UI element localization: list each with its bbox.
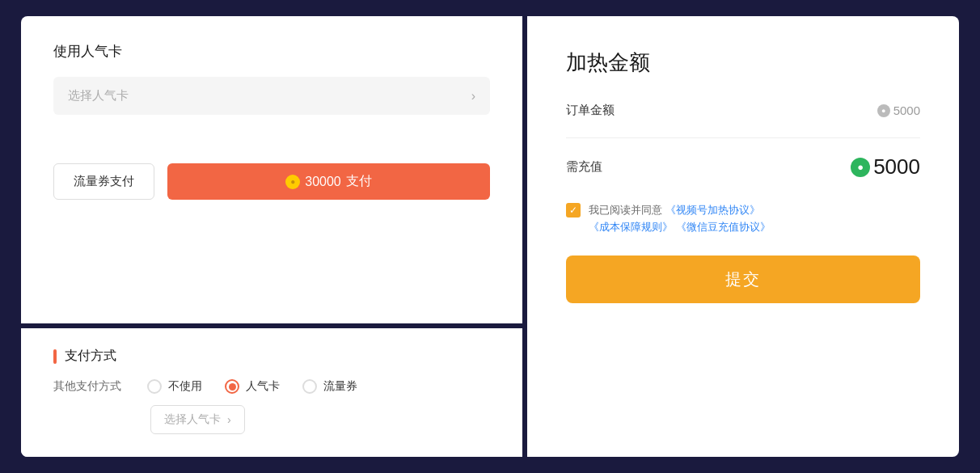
radio-dot-icon	[229, 383, 236, 391]
amount-title: 加热金额	[566, 49, 920, 77]
payment-method-title: 支付方式	[53, 348, 490, 365]
sub-chevron-icon: ›	[227, 413, 231, 426]
recharge-label: 需充值	[566, 159, 602, 175]
card-selector-button[interactable]: 选择人气卡 ›	[53, 77, 490, 115]
sub-card-placeholder: 选择人气卡	[164, 412, 221, 427]
radio-no-use-label: 不使用	[168, 379, 202, 394]
traffic-coupon-label: 流量券支付	[74, 174, 134, 188]
agreement-checkbox[interactable]: ✓	[566, 203, 581, 217]
order-amount-number: 5000	[893, 103, 920, 117]
agreement-link-2[interactable]: 《成本保障规则》	[589, 221, 673, 233]
recharge-value-row: ● 5000	[851, 154, 920, 179]
order-amount-label: 订单金额	[566, 103, 615, 118]
recharge-number: 5000	[873, 154, 920, 179]
coin-icon-green: ●	[851, 158, 870, 177]
orange-bar-icon	[53, 349, 57, 364]
sub-card-selector[interactable]: 选择人气卡 ›	[150, 405, 245, 434]
other-payment-label: 其他支付方式	[53, 379, 121, 394]
traffic-coupon-pay-button[interactable]: 流量券支付	[53, 163, 154, 200]
pay-button[interactable]: ● 30000 支付	[167, 163, 490, 200]
radio-traffic-coupon[interactable]: 流量券	[302, 379, 357, 394]
agreement-text: 我已阅读并同意 《视频号加热协议》 《成本保障规则》 《微信豆充值协议》	[589, 202, 771, 236]
radio-popularity-label: 人气卡	[246, 379, 280, 394]
order-amount-value-row: ● 5000	[877, 103, 920, 117]
checkmark-icon: ✓	[569, 205, 577, 215]
radio-circle-no-use	[147, 379, 162, 394]
popularity-card-section-title: 使用人气卡	[53, 42, 490, 61]
chevron-right-icon: ›	[471, 89, 475, 103]
agreement-prefix: 我已阅读并同意	[589, 204, 662, 216]
payment-radio-group: 不使用 人气卡 流量券	[147, 379, 357, 394]
radio-circle-traffic	[302, 379, 317, 394]
radio-circle-popularity	[225, 379, 239, 394]
pay-label: 支付	[346, 173, 372, 190]
radio-no-use[interactable]: 不使用	[147, 379, 202, 394]
radio-popularity-card[interactable]: 人气卡	[225, 379, 280, 394]
submit-button[interactable]: 提交	[566, 256, 920, 303]
divider	[566, 137, 920, 138]
radio-traffic-label: 流量券	[323, 379, 357, 394]
coin-icon-gray: ●	[877, 104, 890, 117]
card-selector-placeholder: 选择人气卡	[68, 88, 129, 103]
agreement-link-1[interactable]: 《视频号加热协议》	[665, 204, 760, 216]
pay-amount: 30000	[305, 175, 341, 189]
coin-icon: ●	[285, 175, 300, 189]
agreement-link-3[interactable]: 《微信豆充值协议》	[676, 221, 771, 233]
